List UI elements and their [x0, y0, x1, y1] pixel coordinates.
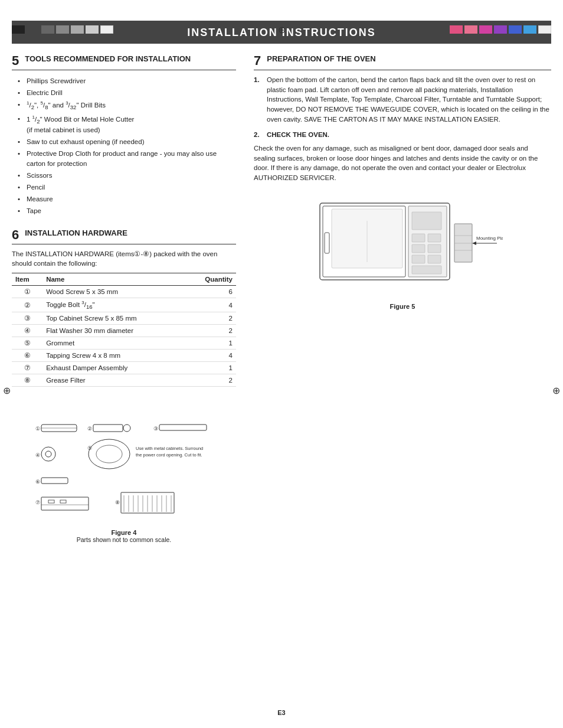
left-column: 5 TOOLS RECOMMENDED FOR INSTALLATION Phi… — [12, 54, 236, 543]
table-row: ⑦ Exhaust Damper Assembly 1 — [12, 362, 236, 374]
figure4-area: ① ② ③ ④ ⑤ — [12, 395, 236, 543]
item-qty: 6 — [185, 286, 236, 298]
hardware-intro: The INSTALLATION HARDWARE (items①-⑧) pac… — [12, 249, 236, 268]
svg-marker-55 — [472, 241, 476, 245]
top-bar-left — [12, 25, 113, 34]
list-item: Electric Drill — [18, 87, 236, 99]
svg-text:②: ② — [87, 426, 92, 432]
svg-text:Use with metal cabinets. Surro: Use with metal cabinets. Surround — [136, 446, 203, 451]
item-name: Top Cabinet Screw 5 x 85 mm — [42, 312, 185, 325]
section-5-number: 5 — [12, 54, 19, 67]
svg-rect-46 — [428, 244, 441, 253]
step-heading: CHECK THE OVEN. — [267, 130, 329, 140]
svg-rect-4 — [93, 425, 123, 432]
list-item: Pencil — [18, 181, 236, 193]
right-reg-mark: ⊕ — [552, 385, 560, 396]
col-item: Item — [12, 273, 42, 286]
figure4-sublabel: Parts shown not to common scale. — [12, 536, 236, 543]
svg-text:⑥: ⑥ — [35, 479, 40, 485]
svg-rect-48 — [428, 255, 441, 263]
svg-rect-45 — [412, 244, 425, 253]
item-qty: 4 — [185, 350, 236, 362]
figure5-label: Figure 5 — [254, 303, 551, 310]
section-5: 5 TOOLS RECOMMENDED FOR INSTALLATION Phi… — [12, 54, 236, 217]
item-name: Toggle Bolt 3/16" — [42, 298, 185, 312]
prep-step-1: 1. Open the bottom of the carton, bend t… — [254, 75, 551, 124]
step-number: 1. — [254, 75, 262, 124]
section-7-header: 7 PREPARATION OF THE OVEN — [254, 54, 551, 70]
top-center-reg-mark: ⊕ — [278, 24, 286, 35]
item-name: Flat Washer 30 mm diameter — [42, 325, 185, 337]
item-qty: 1 — [185, 362, 236, 374]
list-item: Saw to cut exhaust opening (if needed) — [18, 136, 236, 148]
content-area: 5 TOOLS RECOMMENDED FOR INSTALLATION Phi… — [12, 44, 551, 543]
svg-rect-50 — [454, 224, 472, 262]
item-name: Tapping Screw 4 x 8 mm — [42, 350, 185, 362]
table-row: ⑥ Tapping Screw 4 x 8 mm 4 — [12, 350, 236, 362]
list-item: 1 1/2" Wood Bit or Metal Hole Cutter(if … — [18, 113, 236, 136]
figure5-area: Mounting Plate Figure 5 — [254, 191, 551, 310]
svg-text:Mounting Plate: Mounting Plate — [476, 236, 503, 241]
prep-step-2: 2. CHECK THE OVEN. Check the oven for an… — [254, 130, 551, 182]
prep-steps-list: 1. Open the bottom of the carton, bend t… — [254, 75, 551, 183]
svg-point-10 — [45, 451, 51, 457]
table-row: ② Toggle Bolt 3/16" 4 — [12, 298, 236, 312]
item-name: Exhaust Damper Assembly — [42, 362, 185, 374]
list-item: Tape — [18, 205, 236, 217]
item-num: ③ — [12, 312, 42, 325]
svg-text:the power cord opening. Cut to: the power cord opening. Cut to fit. — [136, 452, 202, 458]
left-reg-mark: ⊕ — [3, 385, 11, 396]
section-7: 7 PREPARATION OF THE OVEN 1. Open the bo… — [254, 54, 551, 310]
svg-rect-43 — [412, 234, 425, 242]
step-text: Open the bottom of the carton, bend the … — [267, 75, 551, 124]
item-num: ⑥ — [12, 350, 42, 362]
table-row: ⑤ Grommet 1 — [12, 337, 236, 350]
svg-rect-49 — [412, 266, 441, 274]
item-name: Grease Filter — [42, 374, 185, 387]
svg-point-12 — [89, 439, 130, 469]
section-7-number: 7 — [254, 54, 261, 67]
svg-rect-7 — [159, 425, 207, 430]
svg-rect-42 — [412, 212, 441, 230]
col-qty: Quantity — [185, 273, 236, 286]
figure5-svg: Mounting Plate — [302, 191, 503, 298]
svg-rect-17 — [41, 478, 68, 484]
list-item-scissors: Scissors — [18, 169, 236, 181]
figure4-svg: ① ② ③ ④ ⑤ — [24, 395, 224, 525]
item-qty: 2 — [185, 325, 236, 337]
item-num: ⑤ — [12, 337, 42, 350]
figure4-label: Figure 4 — [12, 529, 236, 536]
top-bar-right — [450, 25, 551, 34]
svg-rect-21 — [60, 500, 66, 503]
section-6-title: INSTALLATION HARDWARE — [25, 228, 127, 238]
section-5-title: TOOLS RECOMMENDED FOR INSTALLATION — [25, 54, 191, 64]
section-6-number: 6 — [12, 228, 19, 241]
svg-text:①: ① — [35, 426, 40, 432]
svg-point-5 — [123, 425, 130, 432]
item-num: ⑦ — [12, 362, 42, 374]
list-item: Phillips Screwdriver — [18, 75, 236, 87]
hardware-table: Item Name Quantity ① Wood Screw 5 x 35 m… — [12, 273, 236, 387]
item-num: ② — [12, 298, 42, 312]
svg-rect-44 — [428, 234, 441, 242]
svg-rect-47 — [412, 255, 425, 263]
section-5-header: 5 TOOLS RECOMMENDED FOR INSTALLATION — [12, 54, 236, 70]
item-qty: 2 — [185, 312, 236, 325]
tools-list: Phillips Screwdriver Electric Drill 1/2"… — [12, 75, 236, 217]
item-qty: 4 — [185, 298, 236, 312]
svg-point-13 — [96, 445, 122, 463]
section-6: 6 INSTALLATION HARDWARE The INSTALLATION… — [12, 228, 236, 543]
table-row: ④ Flat Washer 30 mm diameter 2 — [12, 325, 236, 337]
page-number: E3 — [277, 709, 285, 716]
step-detail: Check the oven for any damage, such as m… — [254, 143, 551, 183]
item-num: ⑧ — [12, 374, 42, 387]
svg-rect-19 — [41, 497, 89, 510]
svg-point-9 — [41, 447, 55, 461]
svg-text:④: ④ — [35, 452, 40, 458]
section-7-title: PREPARATION OF THE OVEN — [267, 54, 375, 64]
table-row: ⑧ Grease Filter 2 — [12, 374, 236, 387]
item-num: ④ — [12, 325, 42, 337]
item-name: Grommet — [42, 337, 185, 350]
table-row: ① Wood Screw 5 x 35 mm 6 — [12, 286, 236, 298]
step-number: 2. — [254, 130, 262, 140]
